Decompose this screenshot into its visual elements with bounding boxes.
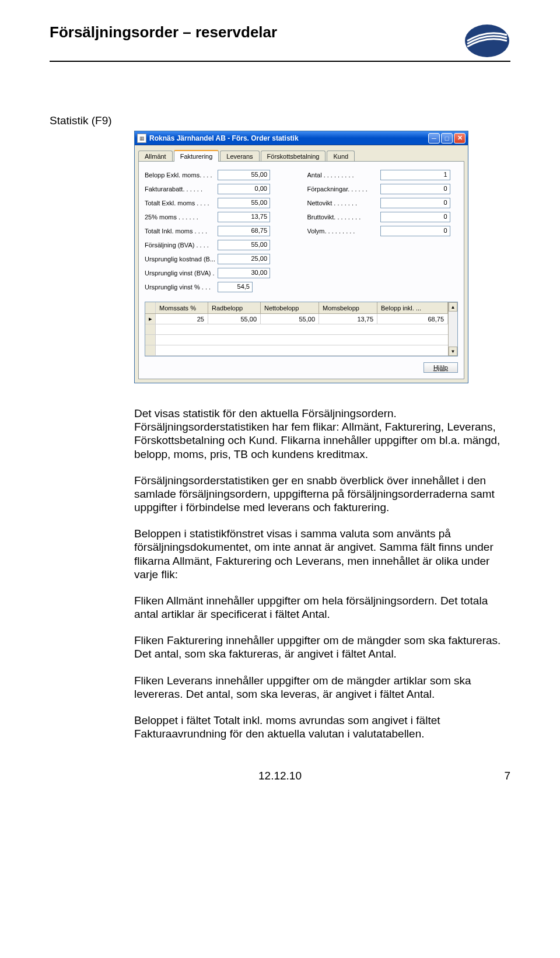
field-label: Ursprunglig vinst % . . . <box>145 284 218 291</box>
field-label: Ursprunglig vinst (BVA) . <box>145 270 218 277</box>
field-ursprunglig-vinst[interactable]: 30,00 <box>218 268 270 278</box>
field-label: Fakturarabatt. . . . . . <box>145 186 218 193</box>
grid-header-momsbelopp[interactable]: Momsbelopp <box>319 302 377 313</box>
tab-allmant[interactable]: Allmänt <box>138 151 173 161</box>
field-label: Bruttovikt. . . . . . . . <box>307 214 380 221</box>
window: ▦ Roknäs Järnhandel AB - Förs. Order sta… <box>134 131 468 383</box>
field-label: Förpackningar. . . . . . <box>307 186 380 193</box>
field-forpackningar[interactable]: 0 <box>380 184 450 194</box>
window-buttons: ─ □ ✕ <box>428 133 466 144</box>
grid-row-selector-header <box>145 302 156 313</box>
screenshot-container: ▦ Roknäs Järnhandel AB - Förs. Order sta… <box>50 131 510 383</box>
grid-cell: 13,75 <box>319 314 377 324</box>
grid-cell: 68,75 <box>377 314 448 324</box>
grid-row-empty <box>145 324 448 335</box>
tab-kund[interactable]: Kund <box>327 151 355 161</box>
field-belopp-exkl-moms[interactable]: 55,00 <box>218 170 270 180</box>
field-fakturarabatt[interactable]: 0,00 <box>218 184 270 194</box>
tab-panel: Belopp Exkl. moms. . . .55,00 Fakturarab… <box>138 162 464 379</box>
minimize-button[interactable]: ─ <box>428 133 440 144</box>
grid-cell: 55,00 <box>261 314 319 324</box>
field-totalt-exkl-moms[interactable]: 55,00 <box>218 198 270 208</box>
maximize-button[interactable]: □ <box>441 133 453 144</box>
field-forsaljning-bva[interactable]: 55,00 <box>218 240 270 250</box>
tabstrip: Allmänt Fakturering Leverans Förskottsbe… <box>138 149 464 162</box>
grid-header-belopp-inkl[interactable]: Belopp inkl. ... <box>377 302 448 313</box>
field-ursprunglig-vinst-pct[interactable]: 54,5 <box>218 282 253 292</box>
grid-header-nettobelopp[interactable]: Nettobelopp <box>261 302 319 313</box>
grid-scrollbar[interactable]: ▲ ▼ <box>448 302 457 356</box>
field-volym[interactable]: 0 <box>380 226 450 236</box>
field-label: Försäljning (BVA) . . . . <box>145 242 218 249</box>
tab-fakturering[interactable]: Fakturering <box>174 150 219 162</box>
help-button[interactable]: Hjälp <box>424 362 458 373</box>
grid-cell: 55,00 <box>208 314 261 324</box>
grid-row-empty <box>145 345 448 356</box>
grid-cell: 25 <box>156 314 208 324</box>
window-body: Allmänt Fakturering Leverans Förskottsbe… <box>135 145 468 383</box>
page-title: Försäljningsorder – reservdelar <box>50 23 277 41</box>
app-icon: ▦ <box>137 134 146 143</box>
field-bruttovikt[interactable]: 0 <box>380 212 450 222</box>
page-header: Försäljningsorder – reservdelar <box>50 23 510 62</box>
paragraph: Beloppen i statistikfönstret visas i sam… <box>134 527 510 581</box>
field-label: Belopp Exkl. moms. . . . <box>145 172 218 179</box>
field-label: Nettovikt . . . . . . . <box>307 200 380 207</box>
tab-forskottsbetalning[interactable]: Förskottsbetalning <box>261 151 326 161</box>
paragraph: Fliken Allmänt innehåller uppgifter om h… <box>134 594 510 621</box>
paragraph: Det visas statistik för den aktuella För… <box>134 407 510 461</box>
right-column: Antal . . . . . . . . .1 Förpackningar. … <box>307 169 459 295</box>
paragraph: Fliken Leverans innehåller uppgifter om … <box>134 674 510 701</box>
window-title: Roknäs Järnhandel AB - Förs. Order stati… <box>149 134 428 142</box>
grid-header-radbelopp[interactable]: Radbelopp <box>208 302 261 313</box>
grid-row[interactable]: ▸ 25 55,00 55,00 13,75 68,75 <box>145 314 448 324</box>
field-antal[interactable]: 1 <box>380 170 450 180</box>
body-text: Det visas statistik för den aktuella För… <box>50 407 510 740</box>
field-label: Totalt Exkl. moms . . . . <box>145 200 218 207</box>
scroll-down-icon[interactable]: ▼ <box>449 347 457 356</box>
section-label: Statistik (F9) <box>50 114 510 127</box>
left-column: Belopp Exkl. moms. . . .55,00 Fakturarab… <box>145 169 296 295</box>
paragraph: Beloppet i fältet Totalt inkl. moms avru… <box>134 714 510 740</box>
field-25-moms[interactable]: 13,75 <box>218 212 270 222</box>
close-button[interactable]: ✕ <box>454 133 466 144</box>
field-label: Ursprunglig kostnad (B... <box>145 256 218 263</box>
grid-header-momssats[interactable]: Momssats % <box>156 302 208 313</box>
data-grid: Momssats % Radbelopp Nettobelopp Momsbel… <box>145 302 458 356</box>
scroll-up-icon[interactable]: ▲ <box>449 302 457 312</box>
field-nettovikt[interactable]: 0 <box>380 198 450 208</box>
grid-row-selector[interactable]: ▸ <box>145 314 156 324</box>
footer-date: 12.12.10 <box>67 770 493 782</box>
tab-leverans[interactable]: Leverans <box>220 151 259 161</box>
grid-row-empty <box>145 335 448 345</box>
field-ursprunglig-kostnad[interactable]: 25,00 <box>218 254 270 264</box>
field-label MET4.label: Volym. . . . . . . . . <box>307 228 380 235</box>
page-footer: 12.12.10 7 <box>50 770 510 782</box>
window-titlebar: ▦ Roknäs Järnhandel AB - Förs. Order sta… <box>135 131 468 145</box>
logo <box>464 23 510 58</box>
field-label: Antal . . . . . . . . . <box>307 172 380 179</box>
field-totalt-inkl-moms[interactable]: 68,75 <box>218 226 270 236</box>
field-label: Totalt Inkl. moms . . . . <box>145 228 218 235</box>
paragraph: Fliken Fakturering innehåller uppgifter … <box>134 634 510 660</box>
footer-page-number: 7 <box>493 770 510 782</box>
field-label: 25% moms . . . . . . <box>145 214 218 221</box>
paragraph: Försäljningsorderstatistiken ger en snab… <box>134 474 510 515</box>
